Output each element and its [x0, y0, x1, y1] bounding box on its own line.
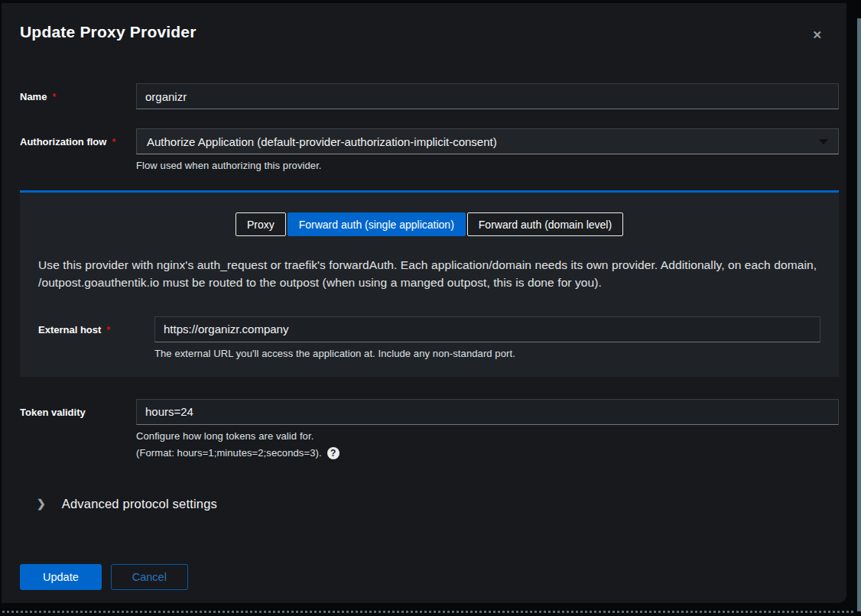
token-validity-control: Configure how long tokens are valid for.…	[136, 399, 839, 459]
authorization-flow-help: Flow used when authorizing this provider…	[136, 160, 839, 171]
form-area: Name* Authorization flow* Authorize Appl…	[2, 83, 846, 171]
cancel-button[interactable]: Cancel	[111, 564, 188, 590]
required-asterisk: *	[106, 325, 110, 336]
form-row-name: Name*	[20, 83, 839, 109]
authorization-flow-selected-value: Authorize Application (default-provider-…	[147, 135, 497, 148]
external-host-help: The external URL you'll access the appli…	[154, 348, 820, 359]
form-row-authorization-flow: Authorization flow* Authorize Applicatio…	[20, 128, 839, 171]
forward-auth-description: Use this provider with nginx's auth_requ…	[38, 256, 820, 292]
name-label-text: Name	[20, 91, 47, 102]
token-validity-label: Token validity	[20, 399, 136, 418]
toggle-proxy[interactable]: Proxy	[236, 212, 286, 236]
external-host-label-text: External host	[38, 324, 101, 336]
form-row-external-host: External host* The external URL you'll a…	[38, 316, 820, 359]
advanced-protocol-settings-label: Advanced protocol settings	[62, 497, 217, 511]
page-title: Update Proxy Provider	[20, 23, 197, 41]
modal-footer: Update Cancel	[2, 564, 846, 590]
update-proxy-provider-modal: Update Proxy Provider ✕ Name* Authorizat…	[2, 3, 846, 603]
authorization-flow-select[interactable]: Authorize Application (default-provider-…	[136, 128, 839, 154]
name-control	[136, 83, 839, 109]
modal-header: Update Proxy Provider ✕	[2, 3, 846, 44]
required-asterisk: *	[112, 137, 115, 148]
authorization-flow-label-text: Authorization flow	[20, 136, 106, 148]
token-validity-input[interactable]	[136, 399, 839, 425]
token-validity-help: Configure how long tokens are valid for.	[136, 430, 839, 442]
form-row-token-validity: Token validity Configure how long tokens…	[2, 399, 846, 459]
authorization-flow-control: Authorize Application (default-provider-…	[136, 128, 839, 171]
name-input[interactable]	[136, 83, 839, 109]
chevron-right-icon: ❯	[37, 498, 46, 510]
token-validity-format-row: (Format: hours=1;minutes=2;seconds=3). ?	[136, 447, 839, 459]
toggle-forward-auth-domain-level[interactable]: Forward auth (domain level)	[467, 212, 623, 236]
toggle-forward-auth-single-application[interactable]: Forward auth (single application)	[288, 212, 466, 236]
token-validity-format: (Format: hours=1;minutes=2;seconds=3).	[136, 447, 322, 459]
proxy-mode-card: Proxy Forward auth (single application) …	[20, 190, 839, 377]
external-host-control: The external URL you'll access the appli…	[154, 316, 820, 359]
window-edge-bottom	[2, 611, 856, 613]
authorization-flow-label: Authorization flow*	[20, 128, 136, 148]
close-icon[interactable]: ✕	[809, 26, 825, 44]
help-question-icon[interactable]: ?	[327, 447, 340, 459]
update-button[interactable]: Update	[20, 564, 102, 590]
name-label: Name*	[20, 83, 136, 102]
external-host-input[interactable]	[154, 316, 820, 342]
window-edge-right	[857, 18, 861, 611]
chevron-down-icon	[819, 139, 828, 144]
proxy-mode-toggle-group: Proxy Forward auth (single application) …	[38, 212, 820, 236]
required-asterisk: *	[52, 92, 56, 102]
external-host-label: External host*	[38, 316, 154, 336]
advanced-protocol-settings-toggle[interactable]: ❯ Advanced protocol settings	[37, 497, 846, 511]
